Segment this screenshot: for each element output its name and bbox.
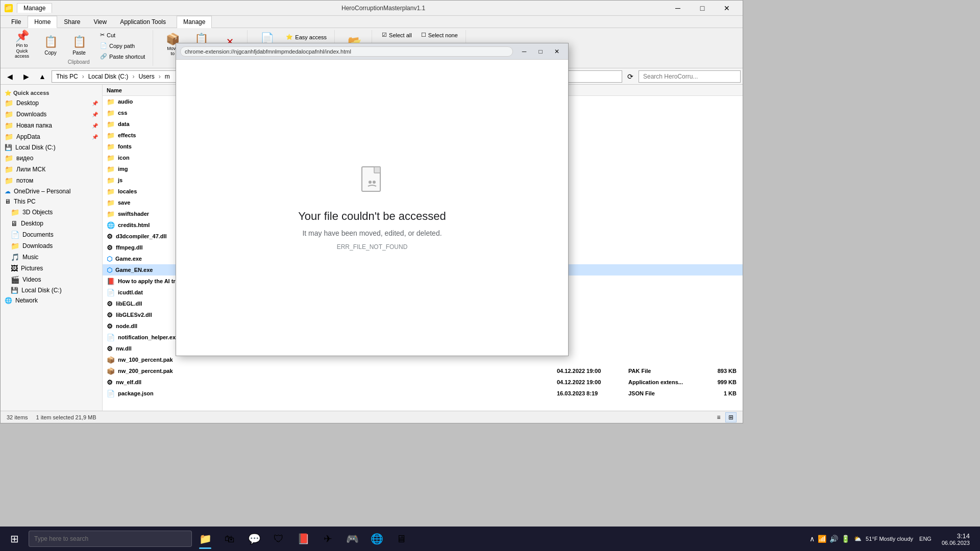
file-name: notification_helper.exe xyxy=(118,334,179,340)
taskbar: ⊞ 📁 🛍 💬 🛡 📕 ✈ 🎮 🌐 🖥 ∧ 📶 🔊 🔋 ⛅ 51°F Mostl… xyxy=(0,527,980,551)
select-all-icon: ☑ xyxy=(382,32,387,38)
sidebar-item-lili[interactable]: 📁 Лили МСК xyxy=(1,164,102,175)
paste-shortcut-icon: 🔗 xyxy=(100,53,107,60)
ribbon-tab-file[interactable]: File xyxy=(5,16,28,28)
json-icon: 📄 xyxy=(107,390,115,397)
list-view-button[interactable]: ⊞ xyxy=(725,412,737,422)
taskbar-app-shield[interactable]: 🛡 xyxy=(267,528,290,550)
cut-button[interactable]: ✂ Cut xyxy=(96,30,149,40)
file-row[interactable]: ⚙nw_elf.dll 04.12.2022 19:00 Application… xyxy=(103,377,743,388)
sidebar-item-local-disk[interactable]: 💾 Local Disk (C:) xyxy=(1,142,102,153)
folder-icon: 📁 xyxy=(107,143,115,151)
weather-icon: ⛅ xyxy=(854,535,862,542)
forward-button[interactable]: ▶ xyxy=(19,70,33,83)
language-badge[interactable]: ENG xyxy=(917,535,934,543)
sidebar-item-music[interactable]: 🎵 Music xyxy=(1,252,102,263)
details-view-button[interactable]: ≡ xyxy=(713,412,724,422)
crumb-local-disk[interactable]: Local Disk (C:) xyxy=(88,73,129,80)
sidebar-item-potom[interactable]: 📁 потом xyxy=(1,175,102,186)
copy-button[interactable]: 📋 Copy xyxy=(37,30,64,59)
chrome-minimize-button[interactable]: ─ xyxy=(517,46,531,57)
sidebar-item-label: Videos xyxy=(22,276,41,283)
sidebar-item-3d-objects[interactable]: 📁 3D Objects xyxy=(1,207,102,218)
chevron-up-icon[interactable]: ∧ xyxy=(810,535,815,543)
taskbar-app-whatsapp[interactable]: 💬 xyxy=(243,528,265,550)
chrome-maximize-button[interactable]: □ xyxy=(533,46,548,57)
chrome-url-bar[interactable]: chrome-extension://njgcanhfjdabfmnlmpmde… xyxy=(180,46,513,57)
chrome-icon: 🌐 xyxy=(370,532,384,546)
sidebar-item-onedrive[interactable]: ☁ OneDrive – Personal xyxy=(1,186,102,196)
sidebar-item-label: Network xyxy=(15,297,38,304)
sidebar-item-network[interactable]: 🌐 Network xyxy=(1,295,102,306)
folder-icon: 📁 xyxy=(5,133,13,141)
sidebar-item-downloads-pinned[interactable]: 📁 Downloads 📌 xyxy=(1,109,102,120)
back-button[interactable]: ◀ xyxy=(3,70,17,83)
paste-shortcut-button[interactable]: 🔗 Paste shortcut xyxy=(96,52,149,61)
dll-icon: ⚙ xyxy=(107,244,113,252)
select-all-button[interactable]: ☑ Select all xyxy=(378,30,415,40)
drive-icon: 💾 xyxy=(5,144,12,151)
sidebar-item-videos[interactable]: 🎬 Videos xyxy=(1,274,102,285)
dll-icon: ⚙ xyxy=(107,322,113,330)
dll-icon: ⚙ xyxy=(107,379,113,386)
minimize-button[interactable]: ─ xyxy=(666,1,690,16)
start-button[interactable]: ⊞ xyxy=(2,527,27,551)
battery-icon[interactable]: 🔋 xyxy=(841,535,850,543)
chrome-error-content: Your file couldn't be accessed It may ha… xyxy=(176,60,568,356)
sidebar-item-this-pc[interactable]: 🖥 This PC xyxy=(1,196,102,207)
computer-icon: 🖥 xyxy=(5,198,11,205)
ribbon-tab-share[interactable]: Share xyxy=(57,16,87,28)
sidebar-item-downloads[interactable]: 📁 Downloads xyxy=(1,240,102,252)
ribbon-tab-manage[interactable]: Manage xyxy=(177,16,212,28)
taskbar-app-discord[interactable]: 🎮 xyxy=(341,528,363,550)
copy-path-button[interactable]: 📄 Copy path xyxy=(96,41,149,51)
taskbar-app-book[interactable]: 📕 xyxy=(292,528,314,550)
title-tab-manage[interactable]: Manage xyxy=(17,3,52,13)
search-input[interactable] xyxy=(639,70,741,83)
sidebar-item-appdata[interactable]: 📁 AppData 📌 xyxy=(1,131,102,142)
crumb-current[interactable]: m xyxy=(165,73,170,80)
sidebar-item-desktop[interactable]: 🖥 Desktop xyxy=(1,218,102,229)
network-icon: 🌐 xyxy=(5,297,12,304)
sidebar-item-local-disk-c[interactable]: 💾 Local Disk (C:) xyxy=(1,285,102,295)
network-tray-icon[interactable]: 📶 xyxy=(818,535,826,543)
refresh-button[interactable]: ⟳ xyxy=(624,70,636,83)
file-size: 999 KB xyxy=(700,379,741,385)
status-bar: 32 items 1 item selected 21,9 MB ≡ ⊞ xyxy=(1,411,743,423)
clipboard-group-label: Clipboard xyxy=(68,59,90,65)
ribbon-tab-home[interactable]: Home xyxy=(28,16,57,28)
taskbar-search-input[interactable] xyxy=(29,531,192,547)
folder-icon: 📁 xyxy=(107,165,115,173)
chrome-close-button[interactable]: ✕ xyxy=(550,46,564,57)
sidebar-item-video[interactable]: 📁 видео xyxy=(1,153,102,164)
crumb-this-pc[interactable]: This PC xyxy=(56,73,78,80)
file-name: ffmpeg.dll xyxy=(116,244,143,251)
taskbar-app-file-explorer[interactable]: 📁 xyxy=(194,528,216,550)
taskbar-app-unknown[interactable]: 🖥 xyxy=(390,528,412,550)
taskbar-app-chrome[interactable]: 🌐 xyxy=(365,528,388,550)
crumb-users[interactable]: Users xyxy=(138,73,154,80)
clock[interactable]: 3:14 06.06.2023 xyxy=(938,532,974,546)
sidebar-item-novaya-papka[interactable]: 📁 Новая папка 📌 xyxy=(1,120,102,131)
close-button[interactable]: ✕ xyxy=(715,1,739,16)
paste-button[interactable]: 📋 Paste xyxy=(66,30,92,59)
up-button[interactable]: ▲ xyxy=(35,70,50,83)
select-none-label: Select none xyxy=(428,32,458,38)
taskbar-app-store[interactable]: 🛍 xyxy=(218,528,241,550)
sidebar-item-pictures[interactable]: 🖼 Pictures xyxy=(1,263,102,274)
status-view-buttons: ≡ ⊞ xyxy=(713,412,737,422)
ribbon-tab-application-tools[interactable]: Application Tools xyxy=(113,16,173,28)
ribbon-tab-view[interactable]: View xyxy=(87,16,113,28)
sidebar-item-desktop-pinned[interactable]: 📁 Desktop 📌 xyxy=(1,97,102,109)
pin-to-quick-access-button[interactable]: 📌 Pin to Quickaccess xyxy=(9,30,35,59)
file-type: Application extens... xyxy=(628,379,700,385)
sidebar-item-documents[interactable]: 📄 Documents xyxy=(1,229,102,240)
volume-icon[interactable]: 🔊 xyxy=(829,535,838,543)
maximize-button[interactable]: □ xyxy=(691,1,714,16)
file-name: libEGL.dll xyxy=(116,300,142,307)
select-none-button[interactable]: ☐ Select none xyxy=(418,30,461,40)
file-row[interactable]: 📦nw_200_percent.pak 04.12.2022 19:00 PAK… xyxy=(103,365,743,377)
file-row[interactable]: 📄package.json 16.03.2023 8:19 JSON File … xyxy=(103,388,743,399)
taskbar-app-telegram[interactable]: ✈ xyxy=(316,528,339,550)
easy-access-button[interactable]: ⭐ Easy access xyxy=(282,32,330,42)
